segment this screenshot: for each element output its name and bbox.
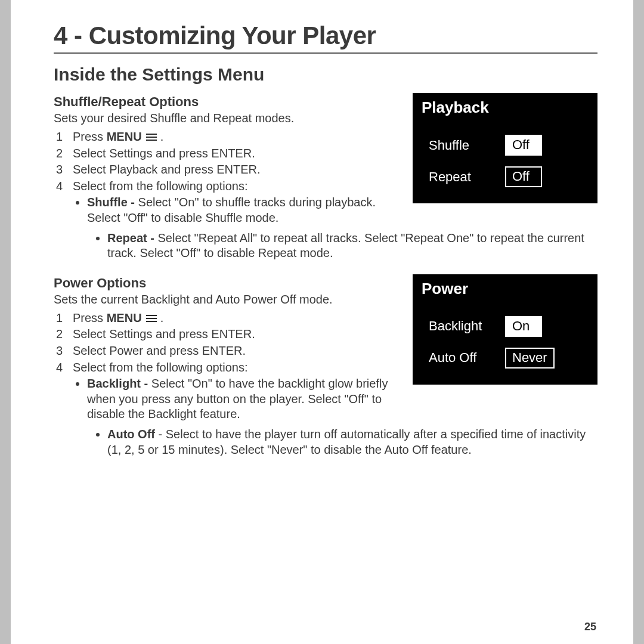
screen-title: Playback [413,94,597,123]
menu-icon [146,314,157,323]
power-screen: Power Backlight On Auto Off Never [413,274,597,385]
label: Repeat - [107,231,157,244]
row-value: Never [505,348,555,369]
menu-label: MENU [107,130,142,143]
option-shuffle: Shuffle - Select "On" to shuffle tracks … [87,195,396,225]
menu-label: MENU [107,311,142,324]
option-backlight: Backlight - Select "On" to have the back… [87,376,396,422]
label: Backlight - [87,377,151,390]
section-title: Inside the Settings Menu [54,64,597,85]
shuffle-heading: Shuffle/Repeat Options [54,94,396,110]
shuffle-intro: Sets your desired Shuffle and Repeat mod… [54,111,396,126]
row-label: Backlight [429,318,494,334]
power-intro: Sets the current Backlight and Auto Powe… [54,292,396,307]
option-repeat: Repeat - Select "Repeat All" to repeat a… [107,231,597,261]
chapter-title: 4 - Customizing Your Player [54,21,597,54]
screen-row-backlight: Backlight On [429,316,586,337]
page-number: 25 [584,621,596,633]
row-label: Auto Off [429,350,494,366]
step: Select Settings and press ENTER. [56,327,396,342]
shuffle-options: Shuffle - Select "On" to shuffle tracks … [87,195,396,225]
shuffle-options-cont: Repeat - Select "Repeat All" to repeat a… [107,231,597,261]
power-options: Backlight - Select "On" to have the back… [87,376,396,422]
step: Select Playback and press ENTER. [56,162,396,178]
power-steps: Press MENU . Select Settings and press E… [56,311,396,375]
label: Auto Off [107,428,155,441]
manual-page: 4 - Customizing Your Player Inside the S… [11,0,633,644]
text: . [157,130,163,143]
step: Press MENU . [56,129,396,145]
text: . [157,311,163,324]
row-label: Shuffle [429,138,494,153]
screen-row-shuffle: Shuffle Off [429,135,586,156]
row-value: Off [505,166,542,187]
text: Press [73,130,107,143]
screen-row-repeat: Repeat Off [429,166,586,187]
step: Select from the following options: [56,360,396,376]
power-heading: Power Options [54,275,396,291]
text: Select "Repeat All" to repeat all tracks… [107,231,584,260]
menu-icon [146,133,157,141]
row-label: Repeat [429,169,494,185]
playback-screen: Playback Shuffle Off Repeat Off [413,93,597,203]
option-autooff: Auto Off - Select to have the player tur… [107,427,597,457]
text: - Select to have the player turn off aut… [107,428,586,456]
step: Select from the following options: [56,179,396,194]
shuffle-steps: Press MENU . Select Settings and press E… [56,129,396,194]
step: Select Power and press ENTER. [56,343,396,359]
power-options-cont: Auto Off - Select to have the player tur… [107,427,597,457]
text: Press [73,311,107,324]
step: Select Settings and press ENTER. [56,146,396,162]
label: Shuffle - [87,196,138,209]
step: Press MENU . [56,311,396,326]
screen-title: Power [413,275,597,304]
row-value: On [505,316,542,337]
row-value: Off [505,135,542,156]
screen-row-autooff: Auto Off Never [429,348,586,369]
